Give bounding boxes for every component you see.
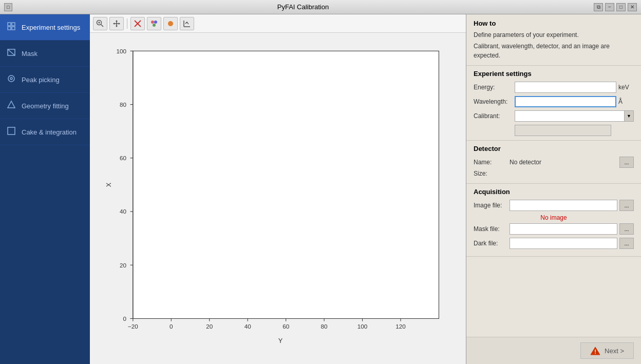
svg-text:!: ! xyxy=(594,349,596,355)
svg-point-25 xyxy=(168,21,173,26)
svg-text:40: 40 xyxy=(120,208,127,215)
wavelength-label: Wavelength: xyxy=(474,98,515,105)
no-image-text: No image xyxy=(474,214,634,221)
acquisition-title: Acquisition xyxy=(474,188,634,196)
svg-line-5 xyxy=(8,49,15,55)
detector-name-value: No detector xyxy=(504,159,619,166)
image-file-row: Image file: ... xyxy=(474,200,634,211)
detector-section: Detector Name: No detector ... Size: xyxy=(466,141,641,184)
clear-btn[interactable] xyxy=(130,17,145,30)
sidebar: Experiment settings Mask Peak picking Ge… xyxy=(0,14,90,364)
sidebar-item-experiment-settings[interactable]: Experiment settings xyxy=(0,14,90,41)
calibrant-row: Calibrant: ▼ xyxy=(474,110,634,122)
image-file-label: Image file: xyxy=(474,202,510,209)
titlebar-controls: ⧉ − □ ✕ xyxy=(594,3,637,11)
dark-file-input[interactable] xyxy=(510,238,617,249)
energy-row: Energy: keV xyxy=(474,82,634,93)
calibrant-dropdown-btn[interactable]: ▼ xyxy=(625,110,634,122)
mask-file-row: Mask file: ... xyxy=(474,223,634,235)
sidebar-item-peak-picking[interactable]: Peak picking xyxy=(0,67,90,93)
geometry-fitting-icon xyxy=(6,100,16,111)
pan-btn[interactable] xyxy=(109,17,124,30)
maximize-btn[interactable]: □ xyxy=(616,3,626,11)
howto-line2: Calibrant, wavelength, detector, and an … xyxy=(474,42,634,60)
howto-section: How to Define parameters of your experim… xyxy=(466,14,641,66)
restore-btn[interactable]: ⧉ xyxy=(594,3,603,11)
app-body: Experiment settings Mask Peak picking Ge… xyxy=(0,14,641,364)
svg-marker-19 xyxy=(119,23,120,25)
wavelength-row: Wavelength: Å xyxy=(474,96,634,107)
howto-line1: Define parameters of your experiment. xyxy=(474,30,634,40)
svg-text:60: 60 xyxy=(120,155,127,161)
svg-rect-9 xyxy=(8,127,15,135)
mask-browse-btn[interactable]: ... xyxy=(619,223,634,235)
detector-title: Detector xyxy=(474,145,634,152)
peak-picking-icon xyxy=(6,74,16,85)
svg-point-24 xyxy=(153,24,156,27)
calibrant-label: Calibrant: xyxy=(474,112,515,120)
minimize-btn[interactable]: − xyxy=(605,3,614,11)
toolbar xyxy=(90,14,466,33)
svg-rect-3 xyxy=(12,27,15,30)
next-button[interactable]: ! Next > xyxy=(580,342,634,359)
sidebar-item-cake-integration[interactable]: Cake & integration xyxy=(0,119,90,145)
acquisition-section: Acquisition Image file: ... No image Mas… xyxy=(466,184,641,257)
dark-file-row: Dark file: ... xyxy=(474,238,634,249)
svg-text:80: 80 xyxy=(321,323,328,330)
x-axis-label: Y xyxy=(278,337,283,344)
svg-point-7 xyxy=(10,78,12,80)
svg-line-11 xyxy=(101,24,104,27)
sidebar-item-geometry-fitting[interactable]: Geometry fitting xyxy=(0,93,90,119)
calibrant-extra xyxy=(515,125,634,136)
warning-icon: ! xyxy=(590,346,600,355)
howto-title: How to xyxy=(474,20,634,27)
wavelength-input[interactable] xyxy=(515,96,616,107)
sidebar-label-mask: Mask xyxy=(22,50,37,58)
image-file-input[interactable] xyxy=(510,200,617,211)
titlebar: □ PyFAI Calibration ⧉ − □ ✕ xyxy=(0,0,641,14)
svg-text:100: 100 xyxy=(117,48,127,54)
y-axis-label: X xyxy=(105,182,112,187)
detector-name-label: Name: xyxy=(474,159,504,166)
plot-svg: 0 20 40 60 80 100 −20 xyxy=(100,38,461,359)
sidebar-item-mask[interactable]: Mask xyxy=(0,41,90,67)
mask-icon xyxy=(6,48,16,59)
wavelength-unit: Å xyxy=(618,98,634,105)
window-title: PyFAI Calibration xyxy=(12,3,594,11)
svg-text:60: 60 xyxy=(282,323,290,330)
detector-size-label: Size: xyxy=(474,170,504,177)
svg-text:0: 0 xyxy=(123,315,127,322)
energy-input[interactable] xyxy=(515,82,616,93)
zoom-btn[interactable] xyxy=(93,17,107,30)
svg-marker-8 xyxy=(8,101,15,108)
image-browse-btn[interactable]: ... xyxy=(619,200,634,211)
color-btn[interactable] xyxy=(147,17,161,30)
mask-file-label: Mask file: xyxy=(474,225,510,233)
axes-btn[interactable] xyxy=(180,17,194,30)
calibrant-extra-input[interactable] xyxy=(515,125,611,136)
calibrant-select-container: ▼ xyxy=(515,110,634,122)
next-label: Next > xyxy=(605,347,624,355)
svg-text:40: 40 xyxy=(244,323,252,330)
svg-rect-2 xyxy=(8,27,11,30)
sidebar-label-geometry: Geometry fitting xyxy=(22,102,69,110)
svg-text:20: 20 xyxy=(120,262,127,269)
svg-text:−20: −20 xyxy=(128,323,138,330)
svg-rect-1 xyxy=(12,23,15,26)
dark-file-label: Dark file: xyxy=(474,240,510,247)
close-btn[interactable]: ✕ xyxy=(628,3,637,11)
sidebar-label-peak: Peak picking xyxy=(22,76,60,84)
cake-integration-icon xyxy=(6,126,16,138)
detector-size-row: Size: xyxy=(474,170,634,177)
energy-label: Energy: xyxy=(474,84,515,91)
detector-browse-btn[interactable]: ... xyxy=(619,157,634,168)
dot-btn[interactable] xyxy=(163,17,178,30)
svg-text:120: 120 xyxy=(395,323,406,330)
sidebar-label-cake: Cake & integration xyxy=(22,128,77,136)
calibrant-input[interactable] xyxy=(515,110,625,122)
toolbar-sep-1 xyxy=(127,18,127,29)
dark-browse-btn[interactable]: ... xyxy=(619,238,634,249)
experiment-settings-section: Experient settings Energy: keV Wavelengt… xyxy=(466,66,641,141)
svg-rect-28 xyxy=(133,51,439,318)
mask-file-input[interactable] xyxy=(510,223,617,235)
